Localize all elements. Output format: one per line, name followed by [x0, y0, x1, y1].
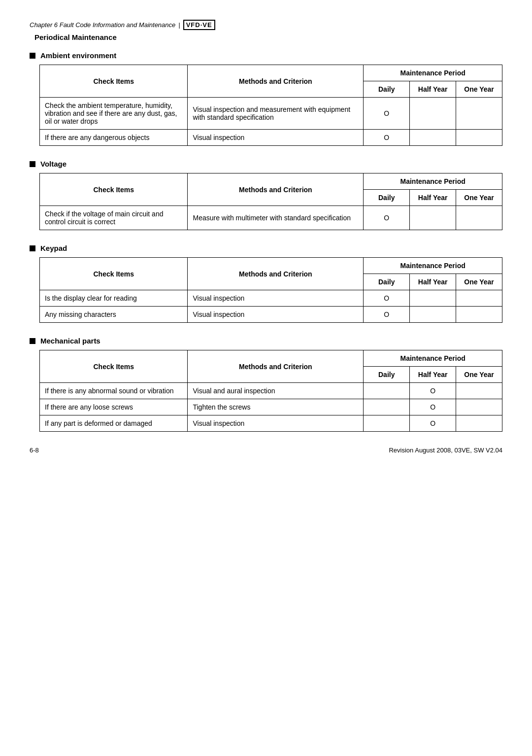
cell-half: O — [410, 415, 456, 432]
table-mechanical: Check ItemsMethods and CriterionMaintena… — [39, 350, 502, 432]
col-header-maintenance: Maintenance Period — [364, 173, 502, 190]
table-voltage: Check ItemsMethods and CriterionMaintena… — [39, 173, 502, 230]
section-heading-ambient: Ambient environment — [30, 51, 502, 60]
table-row: If any part is deformed or damagedVisual… — [40, 415, 502, 432]
section-heading-mechanical: Mechanical parts — [30, 337, 502, 345]
cell-method: Visual inspection — [188, 130, 364, 146]
col-header-check: Check Items — [40, 65, 188, 98]
chapter-label: Chapter 6 Fault Code Information and Mai… — [30, 21, 175, 29]
col-header-method: Methods and Criterion — [188, 65, 364, 98]
cell-one — [456, 415, 502, 432]
heading-label: Mechanical parts — [40, 337, 100, 345]
col-header-half: Half Year — [410, 367, 456, 383]
col-header-method: Methods and Criterion — [188, 350, 364, 383]
col-header-half: Half Year — [410, 274, 456, 290]
cell-half — [410, 98, 456, 130]
page-number: 6-8 — [30, 447, 39, 454]
cell-method: Visual inspection — [188, 415, 364, 432]
cell-method: Visual inspection and measurement with e… — [188, 98, 364, 130]
cell-daily: O — [364, 206, 410, 230]
cell-check: Check the ambient temperature, humidity,… — [40, 98, 188, 130]
cell-check: Check if the voltage of main circuit and… — [40, 206, 188, 230]
cell-half — [410, 206, 456, 230]
cell-one — [456, 290, 502, 307]
heading-label: Keypad — [40, 244, 67, 252]
table-row: Check if the voltage of main circuit and… — [40, 206, 502, 230]
cell-check: If any part is deformed or damaged — [40, 415, 188, 432]
table-row: Check the ambient temperature, humidity,… — [40, 98, 502, 130]
table-ambient: Check ItemsMethods and CriterionMaintena… — [39, 65, 502, 146]
col-header-one: One Year — [456, 367, 502, 383]
col-header-one: One Year — [456, 81, 502, 98]
bullet-icon — [30, 161, 35, 167]
cell-daily — [364, 399, 410, 415]
col-header-daily: Daily — [364, 367, 410, 383]
cell-method: Measure with multimeter with standard sp… — [188, 206, 364, 230]
page-header: Chapter 6 Fault Code Information and Mai… — [30, 20, 502, 30]
heading-label: Voltage — [40, 160, 66, 168]
cell-half: O — [410, 383, 456, 399]
cell-method: Tighten the screws — [188, 399, 364, 415]
cell-half: O — [410, 399, 456, 415]
section-mechanical: Mechanical partsCheck ItemsMethods and C… — [30, 337, 502, 432]
col-header-daily: Daily — [364, 81, 410, 98]
cell-daily — [364, 415, 410, 432]
cell-half — [410, 307, 456, 323]
table-keypad: Check ItemsMethods and CriterionMaintena… — [39, 257, 502, 323]
col-header-method: Methods and Criterion — [188, 258, 364, 290]
table-row: Is the display clear for readingVisual i… — [40, 290, 502, 307]
table-row: If there are any loose screwsTighten the… — [40, 399, 502, 415]
col-header-check: Check Items — [40, 258, 188, 290]
logo-box: VFD·VE — [183, 20, 215, 30]
table-row: If there is any abnormal sound or vibrat… — [40, 383, 502, 399]
col-header-maintenance: Maintenance Period — [364, 65, 502, 81]
col-header-half: Half Year — [410, 190, 456, 206]
col-header-one: One Year — [456, 274, 502, 290]
section-heading-keypad: Keypad — [30, 244, 502, 252]
cell-method: Visual inspection — [188, 307, 364, 323]
heading-label: Ambient environment — [40, 51, 116, 60]
table-row: Any missing charactersVisual inspectionO — [40, 307, 502, 323]
section-heading-voltage: Voltage — [30, 160, 502, 168]
cell-daily: O — [364, 307, 410, 323]
col-header-daily: Daily — [364, 190, 410, 206]
col-header-half: Half Year — [410, 81, 456, 98]
col-header-daily: Daily — [364, 274, 410, 290]
col-header-method: Methods and Criterion — [188, 173, 364, 206]
cell-method: Visual inspection — [188, 290, 364, 307]
cell-one — [456, 98, 502, 130]
table-row: If there are any dangerous objectsVisual… — [40, 130, 502, 146]
page-footer: 6-8 Revision August 2008, 03VE, SW V2.04 — [30, 447, 502, 454]
cell-method: Visual and aural inspection — [188, 383, 364, 399]
cell-half — [410, 130, 456, 146]
cell-check: If there are any loose screws — [40, 399, 188, 415]
col-header-maintenance: Maintenance Period — [364, 350, 502, 367]
cell-daily — [364, 383, 410, 399]
col-header-maintenance: Maintenance Period — [364, 258, 502, 274]
cell-one — [456, 399, 502, 415]
page-title: Periodical Maintenance — [34, 33, 502, 41]
bullet-icon — [30, 338, 35, 344]
separator: | — [178, 21, 180, 29]
cell-half — [410, 290, 456, 307]
cell-daily: O — [364, 98, 410, 130]
cell-one — [456, 307, 502, 323]
section-ambient: Ambient environmentCheck ItemsMethods an… — [30, 51, 502, 146]
col-header-one: One Year — [456, 190, 502, 206]
section-voltage: VoltageCheck ItemsMethods and CriterionM… — [30, 160, 502, 230]
revision-info: Revision August 2008, 03VE, SW V2.04 — [389, 447, 502, 454]
col-header-check: Check Items — [40, 350, 188, 383]
col-header-check: Check Items — [40, 173, 188, 206]
bullet-icon — [30, 53, 35, 59]
cell-one — [456, 130, 502, 146]
cell-daily: O — [364, 130, 410, 146]
section-keypad: KeypadCheck ItemsMethods and CriterionMa… — [30, 244, 502, 323]
cell-check: Is the display clear for reading — [40, 290, 188, 307]
cell-one — [456, 206, 502, 230]
cell-check: If there are any dangerous objects — [40, 130, 188, 146]
cell-check: Any missing characters — [40, 307, 188, 323]
cell-one — [456, 383, 502, 399]
cell-daily: O — [364, 290, 410, 307]
cell-check: If there is any abnormal sound or vibrat… — [40, 383, 188, 399]
bullet-icon — [30, 245, 35, 251]
